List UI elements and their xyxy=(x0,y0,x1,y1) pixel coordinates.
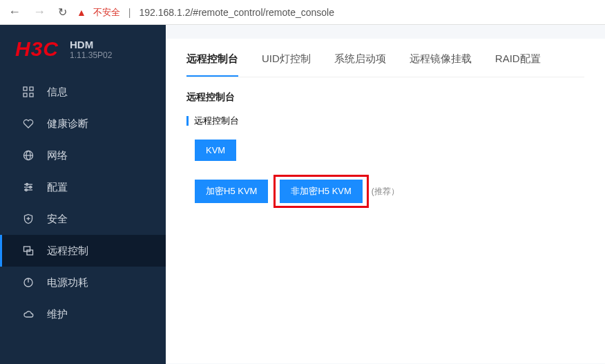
forward-button[interactable]: → xyxy=(30,5,48,19)
sliders-icon xyxy=(22,182,35,193)
section-title: 远程控制台 xyxy=(186,91,584,104)
tab-boot[interactable]: 系统启动项 xyxy=(334,52,386,77)
svg-rect-1 xyxy=(30,87,33,90)
browser-toolbar: ← → ↻ ▲ 不安全 | 192.168.1.2/#remote_contro… xyxy=(0,0,605,25)
sidebar-item-health[interactable]: 健康诊断 xyxy=(0,108,166,140)
sidebar-item-label: 健康诊断 xyxy=(47,117,88,131)
remote-icon xyxy=(22,245,35,256)
sidebar-item-label: 远程控制 xyxy=(47,245,88,258)
tab-remote-image[interactable]: 远程镜像挂载 xyxy=(410,52,472,77)
logo-block: H3C HDM 1.11.35P02 xyxy=(0,25,166,76)
globe-icon xyxy=(22,150,35,161)
encrypted-h5-kvm-button[interactable]: 加密H5 KVM xyxy=(195,180,268,203)
h5-kvm-row: 加密H5 KVM 非加密H5 KVM (推荐） xyxy=(195,175,584,208)
sidebar-item-label: 配置 xyxy=(47,181,68,194)
sidebar-item-config[interactable]: 配置 xyxy=(0,171,166,203)
url-separator: | xyxy=(128,7,131,18)
sidebar-item-network[interactable]: 网络 xyxy=(0,140,166,171)
sidebar-item-info[interactable]: 信息 xyxy=(0,76,166,108)
sidebar-item-label: 信息 xyxy=(47,86,68,99)
product-name: HDM xyxy=(70,39,112,50)
nonencrypted-h5-kvm-button[interactable]: 非加密H5 KVM xyxy=(280,180,362,203)
power-icon xyxy=(22,277,35,288)
sidebar-item-maintenance[interactable]: 维护 xyxy=(0,298,166,330)
accent-bar xyxy=(186,116,189,126)
kvm-row: KVM xyxy=(195,140,584,161)
kvm-button[interactable]: KVM xyxy=(195,140,236,161)
svg-rect-2 xyxy=(23,93,27,97)
sidebar-item-security[interactable]: 安全 xyxy=(0,203,166,235)
brand-logo: H3C xyxy=(15,37,59,61)
sub-header: 远程控制台 xyxy=(186,115,584,127)
main-content: 远程控制台 UID灯控制 系统启动项 远程镜像挂载 RAID配置 远程控制台 远… xyxy=(166,25,605,364)
highlight-box: 非加密H5 KVM xyxy=(273,175,368,208)
back-button[interactable]: ← xyxy=(6,5,23,19)
grid-icon xyxy=(22,86,35,97)
sidebar-item-label: 安全 xyxy=(47,213,68,226)
sidebar-menu: 信息 健康诊断 网络 配置 xyxy=(0,76,166,330)
address-bar[interactable]: 192.168.1.2/#remote_control/remote_conso… xyxy=(140,7,335,18)
cloud-icon xyxy=(22,309,35,320)
tabs: 远程控制台 UID灯控制 系统启动项 远程镜像挂载 RAID配置 xyxy=(186,39,584,77)
sidebar-item-power[interactable]: 电源功耗 xyxy=(0,267,166,298)
insecure-icon: ▲ xyxy=(77,7,86,18)
heart-icon xyxy=(22,118,35,129)
svg-rect-3 xyxy=(30,93,33,97)
sidebar-item-label: 维护 xyxy=(47,308,68,321)
recommend-label: (推荐） xyxy=(372,186,399,198)
tab-remote-console[interactable]: 远程控制台 xyxy=(186,52,238,77)
insecure-label: 不安全 xyxy=(93,6,120,19)
tab-raid[interactable]: RAID配置 xyxy=(495,52,541,77)
page: H3C HDM 1.11.35P02 信息 健康诊断 xyxy=(0,25,605,364)
sidebar-item-label: 网络 xyxy=(47,149,68,162)
tab-uid[interactable]: UID灯控制 xyxy=(262,52,311,77)
svg-rect-0 xyxy=(23,87,27,90)
sidebar-item-label: 电源功耗 xyxy=(47,276,88,289)
shield-icon xyxy=(22,213,35,224)
product-version: 1.11.35P02 xyxy=(70,50,112,60)
sidebar-item-remote[interactable]: 远程控制 xyxy=(0,235,166,267)
sidebar: H3C HDM 1.11.35P02 信息 健康诊断 xyxy=(0,25,166,364)
reload-button[interactable]: ↻ xyxy=(55,6,70,19)
sub-title: 远程控制台 xyxy=(194,115,239,127)
